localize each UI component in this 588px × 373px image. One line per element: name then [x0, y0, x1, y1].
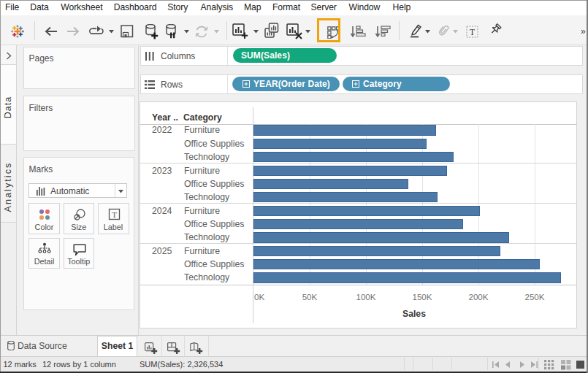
- svg-text:T: T: [470, 28, 475, 36]
- svg-text:T: T: [112, 210, 117, 219]
